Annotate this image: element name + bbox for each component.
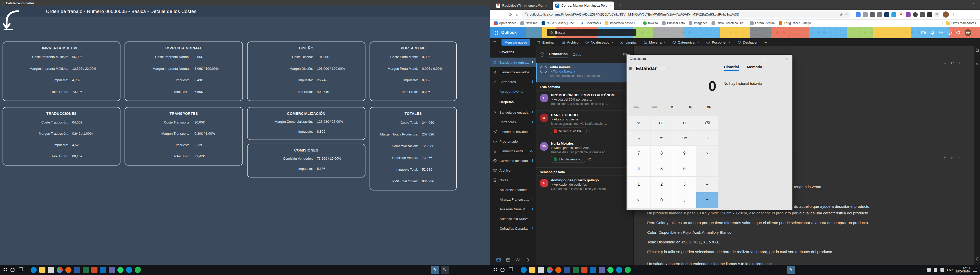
search-icon[interactable] — [501, 268, 504, 272]
m-plus-button[interactable]: M+ — [664, 105, 682, 109]
thread-chevron-icon[interactable]: > — [551, 183, 553, 186]
bell-icon[interactable] — [930, 30, 935, 35]
move-to-button[interactable]: Mover a∨ — [643, 41, 665, 44]
more-attachments[interactable]: +2 — [587, 158, 591, 161]
extension-icon[interactable] — [856, 12, 861, 17]
taskbar-app-icon[interactable] — [625, 267, 631, 273]
sidebar-item-folder[interactable]: Alianza Francesa ...5 — [490, 194, 536, 204]
taskbar-app-icon[interactable] — [109, 267, 115, 273]
bookmark-item[interactable]: Aplicaciones — [494, 21, 516, 25]
bookmark-item[interactable]: Bookmarks — [580, 21, 601, 25]
start-button[interactable] — [3, 268, 7, 272]
search-input[interactable]: Buscar — [547, 29, 636, 36]
close-button[interactable]: ✕ — [781, 55, 792, 63]
bookmark-item[interactable]: Thug Racer - Juego... — [779, 21, 813, 25]
search-icon[interactable] — [11, 268, 14, 272]
more-actions-icon[interactable]: ⋯ — [964, 156, 968, 160]
taskbar-app-icon[interactable] — [564, 267, 570, 273]
taskbar-app-icon[interactable] — [39, 267, 45, 273]
sidebar-item-archive[interactable]: Archivo — [490, 166, 536, 175]
sidebar-item-junk[interactable]: Correo no deseado1 — [490, 156, 536, 166]
taskbar-app-icon[interactable] — [555, 267, 562, 273]
ms-button[interactable]: MS — [700, 105, 718, 109]
taskbar-app-icon[interactable] — [538, 267, 544, 273]
archive-button[interactable]: Archivo — [562, 41, 579, 44]
bookmark-item[interactable]: Publicar esto — [662, 21, 685, 25]
bookmark-item[interactable]: tawk.to — [643, 21, 658, 25]
action-center-icon[interactable] — [973, 268, 977, 272]
tab-outlook[interactable]: Correo: Manuel Hernández Pérez × — [553, 2, 614, 9]
digit-9-key[interactable]: 9 — [673, 146, 696, 161]
sweep-button[interactable]: Limpiar — [620, 41, 637, 44]
attach-icon[interactable] — [525, 258, 530, 262]
minus-key[interactable]: − — [696, 161, 719, 176]
bookmark-item[interactable]: Lorem Picsum — [750, 21, 775, 25]
message-row[interactable]: P PROMOCIÓN DEL EMPLEO AUTÓNOM... >Ayuda… — [536, 91, 633, 111]
digit-0-key[interactable]: 0 — [651, 192, 673, 208]
junk-button[interactable]: No deseado∨ — [585, 41, 613, 44]
taskbar-app-icon[interactable] — [30, 267, 37, 273]
tray-expand-icon[interactable]: ^ — [923, 269, 924, 272]
extension-icon[interactable] — [863, 12, 868, 17]
forward-icon[interactable]: ↪ — [957, 61, 961, 65]
help-icon[interactable]: ? — [947, 30, 952, 35]
sidebar-item-folder[interactable]: Acuarelas Planner — [490, 185, 536, 194]
percent-key[interactable]: % — [628, 116, 650, 130]
delete-button[interactable]: Eliminar — [537, 41, 555, 44]
back-arrow-icon[interactable] — [3, 8, 21, 32]
taskbar-app-icon[interactable] — [57, 267, 63, 273]
divide-key[interactable]: ÷ — [696, 131, 719, 145]
message-row[interactable]: NM Nuria Morales >Datos para la Renta 20… — [536, 139, 633, 168]
windows-ink-icon[interactable] — [431, 266, 439, 274]
message-row[interactable]: DG DANIEL GORDO >Alta como cliente Mucha… — [536, 111, 633, 139]
favorites-header[interactable]: Favoritos — [490, 46, 536, 58]
new-message-button[interactable]: Mensaje nuevo — [501, 39, 530, 46]
ce-key[interactable]: CE — [651, 116, 673, 130]
sidebar-item-inbox[interactable]: Bandeja de entrada1 — [490, 107, 536, 117]
sidebar-item-scheduled[interactable]: Programado — [490, 136, 536, 146]
tab-gmail[interactable]: Recibidos (7) - mherperu@gmail... × — [493, 2, 550, 9]
sidebar-item-folder[interactable]: Autoescuela Nueva... — [490, 214, 536, 224]
windows-ink-icon[interactable] — [788, 266, 795, 274]
hamburger-icon[interactable]: ≡ — [493, 40, 496, 45]
extension-icon[interactable] — [891, 12, 896, 17]
taskbar-app-icon[interactable] — [91, 267, 97, 273]
zoom-page-icon[interactable]: ⊕ — [840, 13, 843, 17]
todo-icon[interactable] — [975, 62, 979, 66]
close-tab-icon[interactable]: × — [609, 4, 611, 8]
undo-button[interactable]: Deshacer — [737, 41, 758, 44]
calendar-icon[interactable] — [506, 258, 511, 262]
unread-select-circle[interactable] — [540, 66, 547, 73]
reload-button[interactable]: ⟳ — [509, 12, 512, 17]
reciprocal-key[interactable]: ¹⁄ₓ — [628, 131, 650, 145]
taskbar-app-icon[interactable] — [599, 267, 605, 273]
sidebar-item-notes[interactable]: Notas — [490, 175, 536, 185]
categorize-button[interactable]: Categorizar∨ — [672, 41, 700, 44]
plus-key[interactable]: + — [696, 177, 719, 192]
volume-icon[interactable] — [934, 268, 937, 272]
thread-chevron-icon[interactable]: > — [550, 70, 552, 73]
close-tab-icon[interactable]: × — [545, 4, 547, 8]
bookmark-item[interactable]: Importado desde Fi... — [605, 21, 639, 25]
tab-historial[interactable]: Historial — [724, 65, 739, 71]
negate-key[interactable]: ⁺⁄₋ — [628, 192, 650, 208]
backspace-key[interactable]: ⌫ — [696, 116, 719, 130]
taskbar-app-icon[interactable] — [126, 267, 132, 273]
taskbar-app-icon[interactable] — [135, 267, 141, 273]
digit-3-key[interactable]: 3 — [673, 177, 696, 192]
taskbar-app-icon[interactable] — [590, 267, 596, 273]
mr-button[interactable]: MR — [646, 105, 664, 109]
taskbar-app-icon[interactable] — [74, 267, 80, 273]
bookmark-item[interactable]: Inicio Biblioteca Dig... — [711, 21, 746, 25]
thread-chevron-icon[interactable]: > — [551, 118, 553, 121]
sidebar-item-folder[interactable]: Asesoría Nuria M...1 — [490, 204, 536, 214]
task-view-icon[interactable] — [18, 268, 22, 272]
extension-icon[interactable] — [920, 12, 925, 17]
digit-8-key[interactable]: 8 — [651, 146, 673, 161]
lightbulb-icon[interactable] — [975, 257, 979, 261]
network-icon[interactable] — [940, 268, 944, 272]
m-minus-button[interactable]: M- — [682, 105, 700, 109]
digit-6-key[interactable]: 6 — [673, 161, 696, 176]
account-avatar[interactable]: MP — [965, 29, 971, 36]
sidebar-item-inbox-favorite[interactable]: Bandeja de entra...1 — [490, 58, 536, 67]
